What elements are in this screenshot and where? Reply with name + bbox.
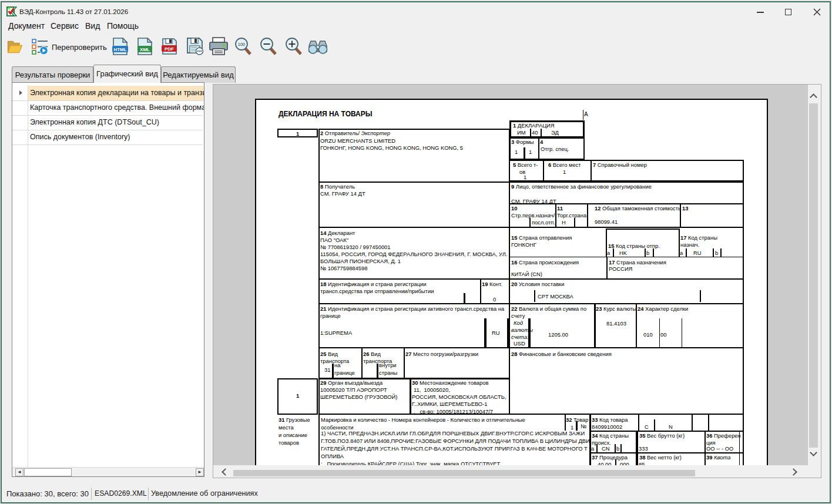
svg-text:PDF: PDF [165, 46, 174, 52]
svg-text:100: 100 [238, 42, 246, 47]
svg-text:HTML: HTML [113, 47, 126, 52]
svg-text:XML: XML [140, 47, 150, 52]
